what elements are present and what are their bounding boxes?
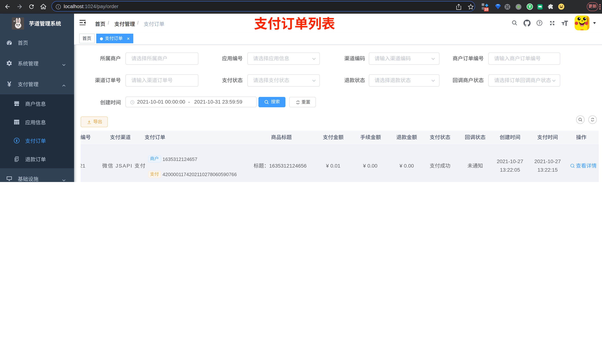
svg-text:10: 10 (484, 8, 488, 11)
